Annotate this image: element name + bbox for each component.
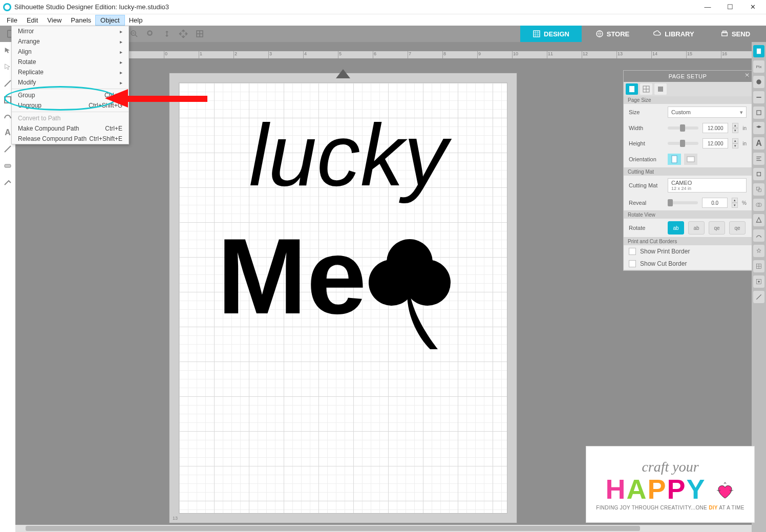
menu-view[interactable]: View [42,15,66,25]
menu-item-rotate[interactable]: Rotate [12,57,129,67]
transform-panel-icon[interactable] [753,168,764,180]
window-title: Silhouette Studio Designer Edition: luck… [14,3,169,11]
minimize-button[interactable]: ― [696,0,719,14]
rotate-option-3[interactable]: qe [709,221,725,235]
tab-library-label: LIBRARY [665,30,694,38]
zoom-out-icon[interactable] [127,28,141,40]
watermark-badge: craft your HAPPY FINDING JOY THROUGH CRE… [586,446,755,523]
zoom-drag-icon[interactable] [160,28,174,40]
menu-item-release-compound[interactable]: Release Compound PathCtrl+Shift+E [12,134,129,144]
sketch-panel-icon[interactable] [753,229,764,242]
width-input[interactable]: 12.000 [703,123,728,133]
object-dropdown-menu: Mirror Arrange Align Rotate Replicate Mo… [11,26,129,144]
height-unit: in [742,141,747,146]
menu-item-align[interactable]: Align [12,47,129,57]
rotate-label: Rotate [629,225,664,231]
height-slider[interactable] [668,142,698,145]
orientation-landscape[interactable] [684,154,697,165]
section-header-rotateview: Rotate View [624,211,752,219]
svg-line-26 [5,80,11,87]
height-input[interactable]: 12.000 [703,138,728,148]
menu-edit[interactable]: Edit [22,15,42,25]
print-border-checkbox[interactable] [629,248,636,255]
draw-note-icon[interactable] [2,143,13,155]
width-spinner[interactable]: ▴▾ [732,123,738,133]
tab-library[interactable]: LIBRARY [643,26,705,42]
nesting-panel-icon[interactable] [753,245,764,257]
pan-icon[interactable] [176,28,190,40]
svg-rect-27 [5,97,11,103]
reveal-slider[interactable] [668,201,698,204]
eraser-tool-icon[interactable] [2,160,13,171]
knife-tool-icon[interactable] [2,176,13,187]
panel-tabs [624,82,752,96]
align-panel-icon[interactable] [753,153,764,165]
orientation-portrait[interactable] [668,154,681,165]
svg-rect-32 [757,49,761,54]
width-slider[interactable] [668,126,698,130]
reveal-spinner[interactable]: ▴▾ [732,198,738,208]
tab-design-label: DESIGN [544,30,569,38]
menu-object[interactable]: Object [96,15,124,25]
section-header-cuttingmat: Cutting Mat [624,168,752,176]
menu-file[interactable]: File [2,15,22,25]
menu-item-mirror[interactable]: Mirror [12,26,129,36]
size-dropdown[interactable]: Custom▾ [668,107,747,118]
menu-help[interactable]: Help [124,15,147,25]
cut-border-label: Show Cut Border [640,260,687,267]
tab-store[interactable]: STORE [582,26,643,42]
grid-panel-icon[interactable] [753,260,764,272]
modify-panel-icon[interactable] [753,199,764,211]
rotate-option-2[interactable]: ab [688,221,705,235]
mat-size-label: 13 [173,516,178,521]
layers-panel-icon[interactable] [753,122,764,134]
close-button[interactable]: ✕ [741,0,764,14]
tab-send-label: SEND [732,30,750,38]
page-setup-icon[interactable] [753,45,764,57]
panel-tab-grid[interactable] [640,83,652,95]
menu-item-group[interactable]: GroupCtrl+G [12,90,129,100]
cut-border-checkbox[interactable] [629,260,636,267]
fill-panel-icon[interactable] [753,76,764,88]
trace-panel-icon[interactable] [753,107,764,119]
rotate-option-4[interactable]: qe [729,221,746,235]
panel-tab-page[interactable] [626,83,638,95]
menu-item-arrange[interactable]: Arrange [12,36,129,47]
section-header-borders: Print and Cut Borders [624,238,752,245]
width-unit: in [742,125,747,131]
tab-design[interactable]: DESIGN [520,26,582,42]
knife-panel-icon[interactable] [753,291,764,303]
replicate-panel-icon[interactable] [753,183,764,196]
fit-page-icon[interactable] [193,28,207,40]
size-label: Size [629,109,664,115]
text-panel-icon[interactable]: A [753,137,764,150]
art-text-me: Me [217,216,367,336]
svg-rect-14 [148,32,152,35]
svg-rect-41 [758,189,761,192]
height-spinner[interactable]: ▴▾ [732,138,738,148]
line-panel-icon[interactable] [753,91,764,103]
menu-item-make-compound[interactable]: Make Compound PathCtrl+E [12,123,129,134]
menu-panels[interactable]: Panels [66,15,96,25]
menu-item-convert-to-path: Convert to Path [12,113,129,123]
pixscan-icon[interactable]: Pix [753,60,764,73]
scrollbar-horizontal[interactable] [15,525,752,532]
menu-item-ungroup[interactable]: UngroupCtrl+Shift+G [12,100,129,111]
zoom-selection-icon[interactable] [143,28,158,40]
svg-rect-25 [723,31,727,33]
panel-header: PAGE SETUP ✕ [624,71,752,82]
rotate-option-1[interactable]: ab [668,221,684,235]
svg-rect-18 [534,31,540,37]
cuttingmat-dropdown[interactable]: CAMEO 12 x 24 in ▾ [668,178,747,193]
panel-tab-registration[interactable] [654,83,667,95]
cuttingmat-sub: 12 x 24 in [671,186,691,191]
design-artwork[interactable]: lucky Me [205,98,492,365]
menu-item-replicate[interactable]: Replicate [12,67,129,77]
menu-item-modify[interactable]: Modify [12,77,129,88]
svg-rect-35 [757,111,761,115]
maximize-button[interactable]: ☐ [719,0,741,14]
media-layout-panel-icon[interactable] [753,275,764,288]
offset-panel-icon[interactable] [753,214,764,226]
tab-send[interactable]: SEND [705,26,766,42]
reveal-input[interactable]: 0.0 [702,198,728,208]
